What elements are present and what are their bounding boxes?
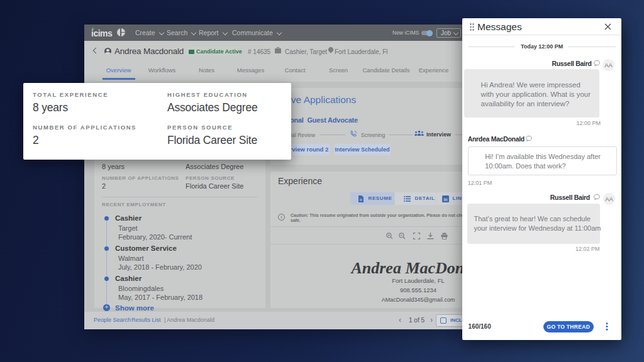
svg-text:in: in [443, 197, 447, 201]
